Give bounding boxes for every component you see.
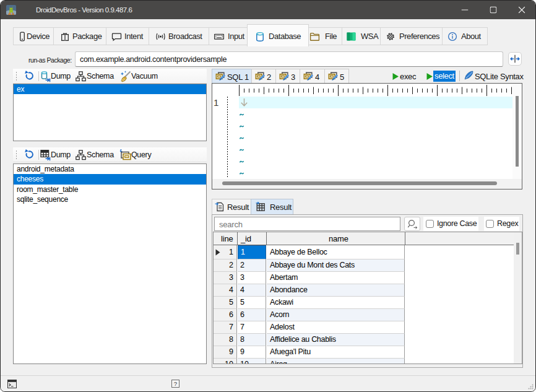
svg-text:?: ? bbox=[174, 380, 177, 387]
